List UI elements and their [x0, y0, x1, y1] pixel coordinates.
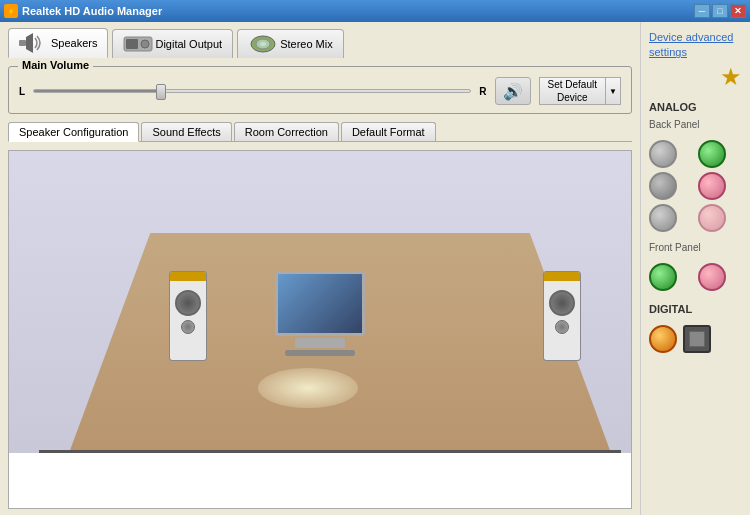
digital-output-icon — [123, 34, 151, 54]
right-panel: Device advanced settings ★ ANALOG Back P… — [640, 22, 750, 515]
stereo-mix-tab-label: Stereo Mix — [280, 38, 333, 50]
tab-default-format[interactable]: Default Format — [341, 122, 436, 141]
back-jack-5[interactable] — [649, 204, 677, 232]
back-jack-3[interactable] — [649, 172, 677, 200]
volume-slider-thumb[interactable] — [156, 84, 166, 100]
svg-point-7 — [260, 42, 266, 46]
tab-speakers[interactable]: Speakers — [8, 28, 108, 58]
title-bar-text: Realtek HD Audio Manager — [22, 5, 162, 17]
back-jack-2[interactable] — [698, 140, 726, 168]
svg-marker-1 — [26, 33, 33, 53]
speakers-tab-label: Speakers — [51, 37, 97, 49]
speakers-tab-icon — [19, 33, 47, 53]
set-default-container: Set DefaultDevice ▼ — [539, 77, 621, 105]
stereo-mix-icon — [248, 34, 276, 54]
digital-jack-coaxial[interactable] — [649, 325, 677, 353]
minimize-button[interactable]: ─ — [694, 4, 710, 18]
tab-room-correction[interactable]: Room Correction — [234, 122, 339, 141]
tab-digital-output[interactable]: Digital Output — [112, 29, 233, 58]
left-speaker — [169, 271, 207, 361]
device-tabs: Speakers Digital Output — [8, 28, 632, 58]
back-panel-label: Back Panel — [649, 119, 742, 130]
content-area: Speaker Configuration Stereo Quadraphoni… — [8, 150, 632, 509]
monitor-foot — [285, 350, 355, 356]
right-speaker — [543, 271, 581, 361]
optical-jack-inner — [689, 331, 705, 347]
speaker-mute-button[interactable]: 🔊 — [495, 77, 531, 105]
speaker-visualization — [9, 151, 631, 508]
front-panel-jacks — [649, 263, 742, 291]
set-default-button[interactable]: Set DefaultDevice — [539, 77, 605, 105]
back-jack-6[interactable] — [698, 204, 726, 232]
monitor-base — [295, 338, 345, 348]
title-bar: ♦ Realtek HD Audio Manager ─ □ ✕ — [0, 0, 750, 22]
close-button[interactable]: ✕ — [730, 4, 746, 18]
set-default-dropdown-arrow[interactable]: ▼ — [605, 77, 621, 105]
back-jack-1[interactable] — [649, 140, 677, 168]
digital-jacks — [649, 325, 742, 353]
window-controls: ─ □ ✕ — [694, 4, 746, 18]
maximize-button[interactable]: □ — [712, 4, 728, 18]
floor-line — [39, 450, 621, 453]
svg-point-4 — [141, 40, 149, 48]
tab-stereo-mix[interactable]: Stereo Mix — [237, 29, 344, 58]
digital-label: DIGITAL — [649, 303, 742, 315]
front-jack-1[interactable] — [649, 263, 677, 291]
analog-label: ANALOG — [649, 101, 742, 113]
back-jack-4[interactable] — [698, 172, 726, 200]
vol-l-label: L — [19, 86, 25, 97]
digital-jack-optical[interactable] — [683, 325, 711, 353]
tab-speaker-configuration[interactable]: Speaker Configuration — [8, 122, 139, 142]
svg-rect-0 — [19, 40, 26, 46]
device-advanced-settings-link[interactable]: Device advanced settings — [649, 30, 742, 61]
realtek-logo-star: ★ — [649, 63, 742, 91]
svg-rect-3 — [126, 39, 138, 49]
tab-sound-effects[interactable]: Sound Effects — [141, 122, 231, 141]
digital-output-tab-label: Digital Output — [155, 38, 222, 50]
front-panel-label: Front Panel — [649, 242, 742, 253]
back-panel-jacks — [649, 140, 742, 232]
main-volume-section: Main Volume L R 🔊 Set DefaultDevice ▼ — [8, 66, 632, 114]
monitor — [275, 271, 365, 356]
inner-tabs: Speaker Configuration Sound Effects Room… — [8, 122, 632, 142]
floor-glow — [258, 368, 358, 408]
monitor-screen — [275, 271, 365, 336]
main-volume-label: Main Volume — [18, 59, 93, 71]
vol-r-label: R — [479, 86, 486, 97]
front-jack-2[interactable] — [698, 263, 726, 291]
app-icon: ♦ — [4, 4, 18, 18]
